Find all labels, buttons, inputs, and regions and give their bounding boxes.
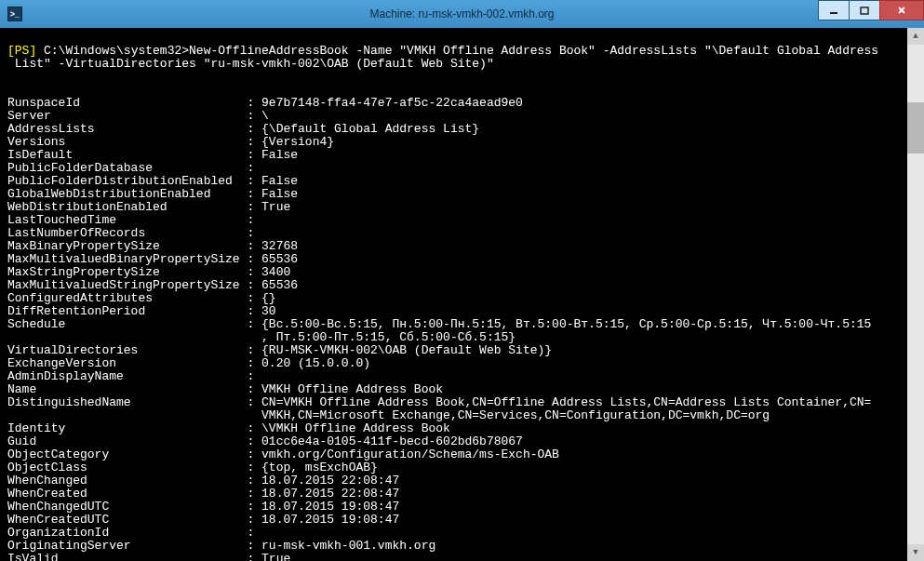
maximize-button[interactable] xyxy=(849,0,880,20)
prompt-path: C:\Windows\system32> xyxy=(36,44,189,58)
minimize-button[interactable] xyxy=(818,0,850,20)
window-title: Machine: ru-msk-vmkh-002.vmkh.org xyxy=(369,7,554,20)
powershell-icon: >_ xyxy=(7,7,22,21)
close-icon xyxy=(897,6,906,15)
vertical-scrollbar[interactable]: ▲ ▼ xyxy=(907,28,924,561)
window-titlebar: >_ Machine: ru-msk-vmkh-002.vmkh.org xyxy=(0,0,924,28)
ps-prefix: [PS] xyxy=(7,44,36,58)
terminal-output[interactable]: [PS] C:\Windows\system32>New-OfflineAddr… xyxy=(0,28,924,561)
svg-rect-1 xyxy=(861,7,868,14)
scroll-thumb[interactable] xyxy=(907,102,924,154)
minimize-icon xyxy=(829,6,838,15)
scroll-down-button[interactable]: ▼ xyxy=(907,544,924,561)
output-properties: RunspaceId : 9e7b7148-ffa4-47e7-af5c-22c… xyxy=(7,84,924,561)
window-controls xyxy=(819,0,924,20)
scroll-up-button[interactable]: ▲ xyxy=(907,28,924,45)
close-button[interactable] xyxy=(879,0,924,20)
maximize-icon xyxy=(860,6,869,15)
